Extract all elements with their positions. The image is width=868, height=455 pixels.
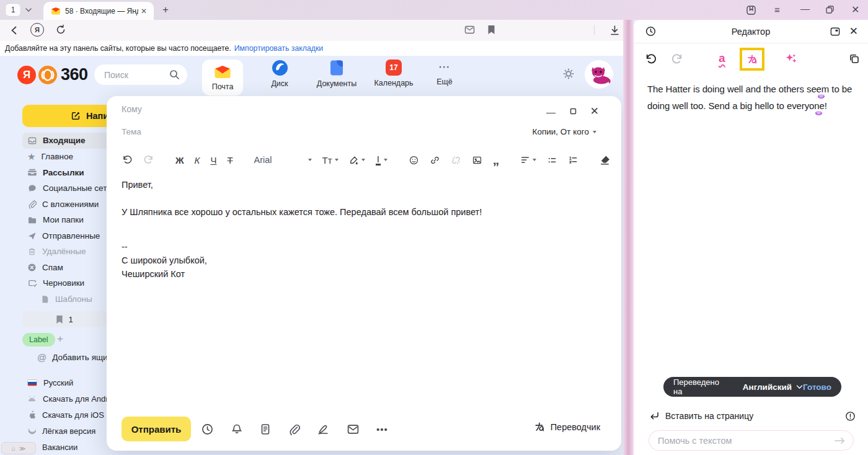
sidebar-item-newsletters[interactable]: Рассылки <box>22 165 115 181</box>
import-bookmarks-link[interactable]: Импортировать закладки <box>234 44 323 53</box>
info-icon[interactable] <box>845 411 856 422</box>
tab-close-icon[interactable]: ✕ <box>141 7 147 15</box>
bullet-list-icon[interactable] <box>547 155 557 166</box>
label-chip[interactable]: Label <box>22 333 55 347</box>
translated-text[interactable]: The Hatter is doing well and the others … <box>647 81 858 114</box>
numbered-list-icon[interactable] <box>568 155 578 166</box>
message-body[interactable]: Привет, У Шляпника все хорошо у остальны… <box>122 178 593 281</box>
ai-prompt-input[interactable] <box>658 436 834 446</box>
undo-icon[interactable] <box>122 154 133 166</box>
ai-prompt-box[interactable] <box>649 430 854 451</box>
insert-image-icon[interactable] <box>472 155 482 166</box>
tab-groups-icon[interactable] <box>746 5 756 15</box>
bookmark-icon[interactable] <box>487 25 495 35</box>
at-icon: @ <box>37 352 46 363</box>
submit-arrow-icon[interactable] <box>834 436 846 445</box>
compose-expand-icon[interactable] <box>570 108 577 115</box>
font-size-select[interactable]: Tт <box>322 155 339 166</box>
insert-row[interactable]: Вставить на страницу <box>634 408 868 424</box>
done-button[interactable]: Готово <box>803 382 831 392</box>
settings-gear-icon[interactable] <box>562 67 575 81</box>
compose-minimize-icon[interactable]: — <box>546 107 556 117</box>
panel-close-icon[interactable]: ✕ <box>849 25 858 38</box>
app-calendar[interactable]: 17 Календарь <box>373 60 414 87</box>
editor-undo-icon[interactable] <box>644 53 657 66</box>
restore-window-icon[interactable] <box>825 5 835 14</box>
translator-button[interactable]: Переводчик <box>534 421 600 433</box>
strikethrough-button[interactable]: Т <box>227 155 232 166</box>
bold-button[interactable]: Ж <box>175 155 184 166</box>
copy-icon[interactable] <box>848 53 861 65</box>
more-options-icon[interactable]: ••• <box>376 424 388 435</box>
tabs-chevron-icon[interactable] <box>25 7 32 12</box>
reminder-bell-icon[interactable] <box>231 423 243 436</box>
sidebar-item-trash[interactable]: Удалённые <box>22 244 115 260</box>
sidebar-item-social[interactable]: Социальные сети <box>22 180 115 197</box>
sidebar-item-main[interactable]: ★ Главное <box>22 149 115 165</box>
menu-icon[interactable]: ≡ <box>774 4 780 15</box>
spellcheck-icon[interactable]: a <box>719 51 725 65</box>
search-box[interactable] <box>94 64 187 85</box>
eraser-icon[interactable] <box>600 155 610 166</box>
cc-from-toggle[interactable]: Копии, От кого <box>533 127 596 136</box>
refresh-icon[interactable] <box>55 24 66 35</box>
sidebar-item-drafts[interactable]: Черновики <box>22 275 115 291</box>
signature-pen-icon[interactable] <box>317 423 330 436</box>
saved-bookmarks-pill[interactable]: 1 <box>22 311 107 327</box>
user-avatar[interactable] <box>585 60 613 89</box>
search-input[interactable] <box>104 70 169 80</box>
tab-counter[interactable]: 1 <box>5 3 21 17</box>
language-select[interactable]: Английский <box>743 382 803 392</box>
link-icon[interactable] <box>430 155 440 166</box>
sidebar-item-attachments[interactable]: С вложениями <box>22 197 115 213</box>
editor-redo-icon[interactable] <box>671 53 684 66</box>
redo-icon[interactable] <box>143 154 154 166</box>
italic-button[interactable]: К <box>195 155 200 166</box>
sidebar-item-my-folders[interactable]: Мои папки <box>22 212 115 228</box>
back-icon[interactable] <box>9 25 20 36</box>
paperclip-icon <box>27 200 37 209</box>
emoji-icon[interactable] <box>409 155 419 166</box>
sidebar-item-sent[interactable]: Отправленные <box>22 228 115 244</box>
to-field[interactable] <box>122 104 494 114</box>
search-icon[interactable] <box>169 69 180 80</box>
app-docs[interactable]: Документы <box>316 60 357 88</box>
app-disk-label: Диск <box>271 79 288 88</box>
subject-field[interactable] <box>122 127 432 136</box>
unlink-icon[interactable] <box>451 155 461 166</box>
attach-paperclip-icon[interactable] <box>288 423 300 436</box>
corner-widget[interactable]: ⌂≫ <box>1 442 36 454</box>
send-later-clock-icon[interactable] <box>201 423 214 436</box>
template-icon[interactable] <box>260 423 271 436</box>
download-icon[interactable] <box>609 25 620 36</box>
history-clock-icon[interactable] <box>645 25 657 37</box>
text-color-select[interactable]: I <box>376 154 388 166</box>
sidebar-item-spam[interactable]: Спам <box>22 260 115 276</box>
highlight-color-select[interactable] <box>349 156 365 165</box>
mail-notify-icon[interactable] <box>464 25 475 34</box>
ai-sparkles-icon[interactable] <box>784 52 799 66</box>
close-window-icon[interactable]: ✕ <box>851 4 859 15</box>
yandex-logo-icon[interactable]: Я <box>30 23 44 37</box>
compose-close-icon[interactable]: ✕ <box>590 105 599 118</box>
template-doc-icon <box>41 294 50 304</box>
underline-button[interactable]: Ч <box>210 155 216 166</box>
panel-divider[interactable] <box>623 20 634 455</box>
add-label-button[interactable]: + <box>57 333 63 345</box>
open-in-window-icon[interactable] <box>830 26 841 37</box>
new-tab-button[interactable]: + <box>162 4 169 16</box>
browser-tab[interactable]: 58 · Входящие — Янде ✕ <box>43 2 154 20</box>
app-disk[interactable]: Диск <box>259 60 300 88</box>
sidebar-item-inbox[interactable]: Входящие <box>22 133 107 149</box>
send-button[interactable]: Отправить <box>122 417 191 441</box>
app-more[interactable]: ⋯ Ещё <box>430 60 459 86</box>
quote-icon[interactable]: „ <box>493 157 500 163</box>
more-apps-icon: ⋯ <box>438 60 451 74</box>
font-family-select[interactable]: Arial <box>254 155 312 165</box>
translate-kana-icon[interactable] <box>746 53 758 65</box>
envelope-icon[interactable] <box>347 423 360 435</box>
app-mail[interactable]: Почта <box>202 60 243 95</box>
minimize-icon[interactable]: — <box>800 3 810 14</box>
align-select[interactable] <box>520 155 536 165</box>
yandex360-logo[interactable]: Я 360 <box>17 65 88 84</box>
